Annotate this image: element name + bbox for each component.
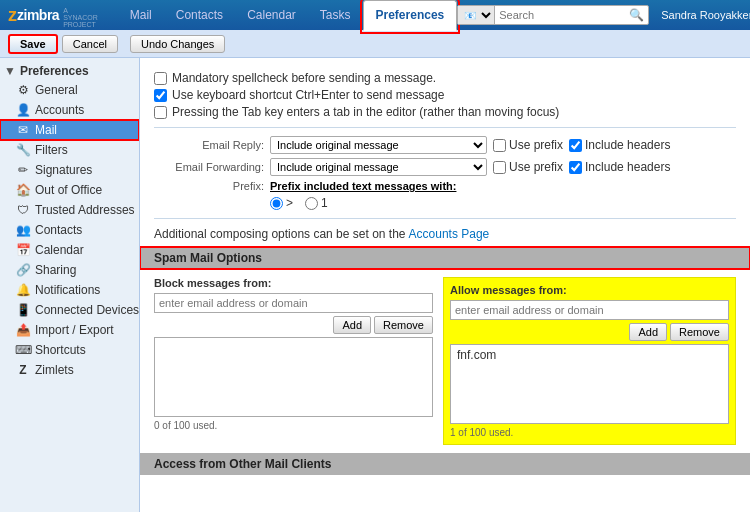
tab-key-checkbox[interactable] (154, 106, 167, 119)
accounts-link-text: Additional composing options can be set … (154, 227, 406, 241)
sidebar-item-label: Out of Office (35, 183, 102, 197)
general-icon: ⚙ (16, 83, 30, 97)
spam-section-header: Spam Mail Options (140, 247, 750, 269)
sidebar-item-import-export[interactable]: 📤 Import / Export (0, 320, 139, 340)
search-button[interactable]: 🔍 (625, 8, 648, 22)
contacts-icon: 👥 (16, 223, 30, 237)
block-messages-col: Block messages from: Add Remove 0 of 100… (154, 277, 433, 445)
notifications-icon: 🔔 (16, 283, 30, 297)
connected-devices-icon: 📱 (16, 303, 30, 317)
collapse-arrow-icon: ▼ (4, 64, 16, 78)
sidebar-item-out-of-office[interactable]: 🏠 Out of Office (0, 180, 139, 200)
filters-icon: 🔧 (16, 143, 30, 157)
radio-1-label[interactable]: 1 (305, 196, 328, 210)
fwd-use-prefix-checkbox[interactable] (493, 161, 506, 174)
out-of-office-icon: 🏠 (16, 183, 30, 197)
spellcheck-label: Mandatory spellcheck before sending a me… (172, 71, 436, 85)
email-reply-label: Email Reply: (154, 139, 264, 151)
search-area: 📧 🔍 Sandra Rooyakkers ↻ (457, 5, 750, 25)
sidebar-preferences-header[interactable]: ▼ Preferences (0, 62, 139, 80)
email-forwarding-row: Email Forwarding: Include original messa… (154, 158, 736, 176)
zimlets-icon: Z (16, 363, 30, 377)
sidebar-item-shortcuts[interactable]: ⌨ Shortcuts (0, 340, 139, 360)
sidebar-item-label: Calendar (35, 243, 84, 257)
radio-gt[interactable] (270, 197, 283, 210)
allow-messages-input[interactable] (450, 300, 729, 320)
allow-remove-button[interactable]: Remove (670, 323, 729, 341)
sidebar-item-label: Accounts (35, 103, 84, 117)
allow-messages-header: Allow messages from: (450, 284, 729, 296)
list-item: fnf.com (455, 347, 724, 363)
search-type-select[interactable]: 📧 (458, 6, 495, 24)
logo-sub: A SYNACOR PROJECT (63, 7, 98, 28)
shortcuts-icon: ⌨ (16, 343, 30, 357)
sidebar-item-general[interactable]: ⚙ General (0, 80, 139, 100)
email-forwarding-select[interactable]: Include original message Don't include o… (270, 158, 487, 176)
search-input[interactable] (495, 6, 625, 24)
sidebar-item-trusted-addresses[interactable]: 🛡 Trusted Addresses (0, 200, 139, 220)
sidebar-item-calendar[interactable]: 📅 Calendar (0, 240, 139, 260)
allow-messages-list: fnf.com (450, 344, 729, 424)
include-headers-label: Include headers (585, 138, 670, 152)
sidebar-item-zimlets[interactable]: Z Zimlets (0, 360, 139, 380)
radio-1[interactable] (305, 197, 318, 210)
save-button[interactable]: Save (8, 34, 58, 54)
block-add-button[interactable]: Add (333, 316, 371, 334)
sidebar-item-filters[interactable]: 🔧 Filters (0, 140, 139, 160)
radio-gt-text: > (286, 196, 293, 210)
undo-changes-button[interactable]: Undo Changes (130, 35, 225, 53)
block-messages-header: Block messages from: (154, 277, 433, 289)
keyboard-shortcut-label: Use keyboard shortcut Ctrl+Enter to send… (172, 88, 444, 102)
tab-contacts[interactable]: Contacts (164, 0, 235, 30)
tab-key-label: Pressing the Tab key enters a tab in the… (172, 105, 559, 119)
mail-icon: ✉ (16, 123, 30, 137)
sidebar-item-label: Zimlets (35, 363, 74, 377)
tab-calendar[interactable]: Calendar (235, 0, 308, 30)
use-prefix-checkbox[interactable] (493, 139, 506, 152)
block-messages-input[interactable] (154, 293, 433, 313)
accounts-page-link[interactable]: Accounts Page (409, 227, 490, 241)
include-headers-checkbox[interactable] (569, 139, 582, 152)
sidebar-item-signatures[interactable]: ✏ Signatures (0, 160, 139, 180)
block-messages-list (154, 337, 433, 417)
sidebar-item-label: Sharing (35, 263, 76, 277)
sidebar-item-sharing[interactable]: 🔗 Sharing (0, 260, 139, 280)
fwd-use-prefix-check-label: Use prefix (493, 160, 563, 174)
tab-mail[interactable]: Mail (118, 0, 164, 30)
sidebar-item-label: Notifications (35, 283, 100, 297)
sidebar: ▼ Preferences ⚙ General 👤 Accounts ✉ Mai… (0, 58, 140, 512)
tab-preferences[interactable]: Preferences (363, 0, 458, 31)
tab-tasks[interactable]: Tasks (308, 0, 363, 30)
sidebar-item-label: Mail (35, 123, 57, 137)
sidebar-item-label: General (35, 83, 78, 97)
prefix-label: Prefix: (154, 180, 264, 192)
accounts-link-row: Additional composing options can be set … (154, 227, 736, 241)
sidebar-item-notifications[interactable]: 🔔 Notifications (0, 280, 139, 300)
sidebar-item-label: Contacts (35, 223, 82, 237)
top-bar: z zimbra A SYNACOR PROJECT Mail Contacts… (0, 0, 750, 30)
main-layout: ▼ Preferences ⚙ General 👤 Accounts ✉ Mai… (0, 58, 750, 512)
divider-2 (154, 218, 736, 219)
fwd-include-headers-checkbox[interactable] (569, 161, 582, 174)
radio-gt-label[interactable]: > (270, 196, 293, 210)
block-remove-button[interactable]: Remove (374, 316, 433, 334)
checkbox-tab-key: Pressing the Tab key enters a tab in the… (154, 105, 736, 119)
allow-add-button[interactable]: Add (629, 323, 667, 341)
keyboard-shortcut-checkbox[interactable] (154, 89, 167, 102)
spellcheck-checkbox[interactable] (154, 72, 167, 85)
sidebar-item-accounts[interactable]: 👤 Accounts (0, 100, 139, 120)
spam-header-label: Spam Mail Options (154, 251, 262, 265)
sidebar-item-contacts[interactable]: 👥 Contacts (0, 220, 139, 240)
checkbox-keyboard-shortcut: Use keyboard shortcut Ctrl+Enter to send… (154, 88, 736, 102)
fwd-include-headers-check-label: Include headers (569, 160, 670, 174)
spam-columns: Block messages from: Add Remove 0 of 100… (154, 277, 736, 445)
cancel-button[interactable]: Cancel (62, 35, 118, 53)
prefix-row: Prefix: Prefix included text messages wi… (154, 180, 736, 192)
email-reply-select[interactable]: Include original message Don't include o… (270, 136, 487, 154)
calendar-icon: 📅 (16, 243, 30, 257)
trusted-addresses-icon: 🛡 (16, 203, 30, 217)
use-prefix-check-label: Use prefix (493, 138, 563, 152)
sidebar-item-connected-devices[interactable]: 📱 Connected Devices & Apps (0, 300, 139, 320)
allow-count: 1 of 100 used. (450, 427, 729, 438)
sidebar-item-mail[interactable]: ✉ Mail (0, 120, 139, 140)
